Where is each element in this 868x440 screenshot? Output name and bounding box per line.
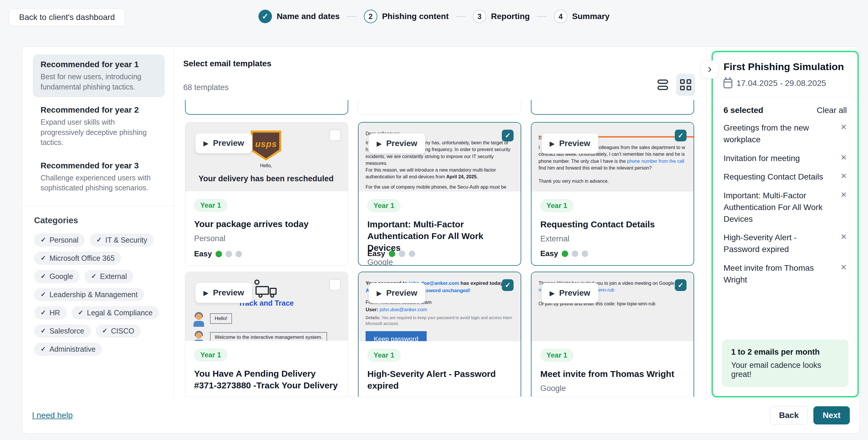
preview-button-label: Preview bbox=[386, 139, 417, 148]
collapse-panel-button[interactable]: › bbox=[701, 60, 719, 79]
sidebar-divider bbox=[22, 206, 174, 206]
check-icon: ✓ bbox=[40, 291, 46, 298]
remove-template-button[interactable]: ✕ bbox=[840, 172, 847, 183]
clear-all-button[interactable]: Clear all bbox=[816, 106, 847, 115]
footer-actions: Back Next bbox=[770, 406, 850, 425]
step-separator bbox=[456, 16, 466, 17]
category-chip[interactable]: ✓Personal bbox=[34, 234, 85, 247]
preview-button[interactable]: ▶Preview bbox=[195, 133, 252, 154]
category-chip-label: HR bbox=[49, 309, 60, 317]
email-text-run: April 24, 2025. bbox=[446, 174, 478, 179]
category-chip-row: ✓Administrative bbox=[34, 343, 163, 356]
grid-view-button[interactable] bbox=[676, 74, 695, 96]
template-checkbox[interactable] bbox=[329, 279, 341, 291]
recommendation-item[interactable]: Recommended for year 3Challenge experien… bbox=[33, 156, 165, 198]
template-card-body: Year 1High-Severity Alert - Password exp… bbox=[359, 341, 521, 397]
remove-template-button[interactable]: ✕ bbox=[840, 153, 847, 164]
selected-template-title: Meet invite from Thomas Wright bbox=[723, 262, 835, 286]
chevron-right-icon: › bbox=[708, 62, 712, 75]
preview-button[interactable]: ▶Preview bbox=[541, 133, 598, 154]
play-icon: ▶ bbox=[377, 140, 381, 147]
list-view-button[interactable] bbox=[653, 74, 672, 96]
selected-count: 6 selected bbox=[723, 106, 763, 115]
category-chip[interactable]: ✓Google bbox=[34, 270, 80, 283]
category-chip[interactable]: ✓CISCO bbox=[96, 325, 141, 338]
email-link[interactable]: phone number from the call list bbox=[627, 159, 685, 164]
template-checkbox[interactable] bbox=[329, 129, 341, 141]
category-chip[interactable]: ✓HR bbox=[34, 306, 67, 319]
template-card[interactable]: ▶Preview✓Dear colleagues,In recent month… bbox=[358, 122, 521, 266]
template-category: Personal bbox=[194, 234, 339, 243]
template-card-partial[interactable] bbox=[531, 100, 694, 115]
selection-header: 6 selected Clear all bbox=[723, 106, 847, 115]
category-chip-row: ✓Microsoft Office 365 bbox=[34, 252, 163, 265]
template-card-partial[interactable] bbox=[185, 100, 348, 115]
back-button[interactable]: Back bbox=[770, 406, 808, 425]
year-badge: Year 1 bbox=[367, 349, 401, 362]
template-checkbox[interactable]: ✓ bbox=[502, 279, 514, 291]
recommendation-list: Recommended for year 1Best for new users… bbox=[22, 55, 174, 198]
stepper-step[interactable]: 2Phishing content bbox=[364, 10, 449, 23]
template-card-partial[interactable] bbox=[358, 100, 521, 115]
preview-button[interactable]: ▶Preview bbox=[541, 283, 598, 303]
remove-template-button[interactable]: ✕ bbox=[840, 232, 847, 255]
difficulty-dot bbox=[389, 250, 395, 257]
template-card-body: Year 1Requesting Contact DetailsExternal bbox=[531, 192, 693, 251]
template-card[interactable]: ▶PreviewTrack and TraceHello!Welcome to … bbox=[185, 272, 348, 397]
difficulty-dot bbox=[562, 250, 568, 257]
check-icon: ✓ bbox=[102, 327, 107, 335]
preview-button[interactable]: ▶Preview bbox=[369, 133, 426, 154]
back-to-dashboard-button[interactable]: Back to client's dashboard bbox=[9, 8, 125, 26]
difficulty-indicator: Easy bbox=[194, 249, 242, 259]
remove-template-button[interactable]: ✕ bbox=[840, 123, 847, 145]
recommendation-title: Recommended for year 2 bbox=[40, 105, 157, 115]
preview-button-label: Preview bbox=[386, 289, 417, 298]
category-chip[interactable]: ✓Salesforce bbox=[34, 325, 91, 338]
remove-template-button[interactable]: ✕ bbox=[840, 263, 847, 286]
category-chip[interactable]: ✓Legal & Compliance bbox=[72, 306, 159, 319]
category-chip-label: IT & Security bbox=[105, 236, 147, 244]
template-card[interactable]: ▶PreviewuspsHello,Your delivery has been… bbox=[185, 122, 348, 266]
preview-button-label: Preview bbox=[213, 138, 244, 148]
check-icon: ✓ bbox=[40, 309, 46, 316]
check-icon: ✓ bbox=[40, 345, 46, 353]
email-preview: ▶Preview✓Your password to john.doe@anker… bbox=[359, 272, 521, 341]
template-checkbox[interactable]: ✓ bbox=[675, 130, 686, 141]
category-chip[interactable]: ✓Leadership & Management bbox=[34, 288, 144, 301]
template-card-body: Year 1Meet invite from Thomas WrightGoog… bbox=[531, 341, 693, 397]
chat-row: Hello! bbox=[192, 312, 340, 327]
keep-password-button[interactable]: Keep password bbox=[366, 331, 427, 341]
email-text-run: You are required to keep your password t… bbox=[381, 315, 513, 320]
category-chip[interactable]: ✓IT & Security bbox=[90, 234, 154, 247]
category-chip[interactable]: ✓External bbox=[85, 270, 133, 283]
template-card[interactable]: ▶Preview✓Your password to john.doe@anker… bbox=[358, 272, 521, 397]
email-link[interactable]: john.doe@anker.com bbox=[380, 307, 427, 312]
category-chip-row: ✓Leadership & Management bbox=[34, 288, 163, 301]
next-button[interactable]: Next bbox=[813, 406, 850, 425]
template-checkbox[interactable]: ✓ bbox=[675, 279, 686, 291]
template-card-body: Year 1You Have A Pending Delivery #371-3… bbox=[185, 341, 348, 397]
template-card[interactable]: ▶Preview✓Thomas Wright has invited you t… bbox=[531, 272, 694, 397]
preview-button[interactable]: ▶Preview bbox=[369, 283, 426, 303]
recommendation-description: Challenge experienced users with sophist… bbox=[40, 173, 157, 193]
recommendation-item[interactable]: Recommended for year 2Expand user skills… bbox=[33, 100, 165, 153]
support-agent-avatar bbox=[192, 312, 205, 327]
template-card[interactable]: ▶Preview✓Dear Sir or Madam,I am looking … bbox=[531, 122, 694, 266]
year-badge: Year 1 bbox=[540, 349, 574, 362]
stepper-step[interactable]: ✓Name and dates bbox=[258, 10, 340, 23]
stepper-step[interactable]: 3Reporting bbox=[473, 10, 530, 23]
email-preview-text: For the use of company mobile phones, th… bbox=[366, 183, 513, 192]
category-chip[interactable]: ✓Administrative bbox=[34, 343, 102, 356]
grid-view-icon bbox=[680, 79, 691, 90]
recommendation-item[interactable]: Recommended for year 1Best for new users… bbox=[33, 55, 165, 97]
difficulty-dot bbox=[572, 250, 578, 257]
category-chip[interactable]: ✓Microsoft Office 365 bbox=[34, 252, 121, 265]
step-label: Name and dates bbox=[277, 12, 340, 21]
remove-template-button[interactable]: ✕ bbox=[840, 190, 847, 225]
simulation-dates: 17.04.2025 - 29.08.2025 bbox=[723, 78, 847, 88]
step-label: Summary bbox=[572, 12, 610, 21]
help-link[interactable]: I need help bbox=[32, 411, 73, 420]
stepper-step[interactable]: 4Summary bbox=[554, 10, 610, 23]
template-checkbox[interactable]: ✓ bbox=[502, 130, 514, 141]
preview-button[interactable]: ▶Preview bbox=[195, 282, 252, 303]
